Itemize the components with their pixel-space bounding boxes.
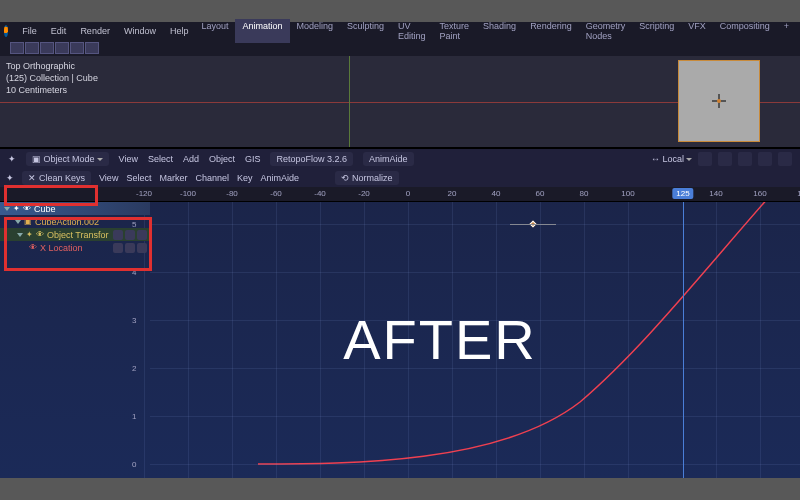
pin-icon[interactable]: ✦ [13,204,20,213]
iconbar-box[interactable] [10,42,24,54]
frame-tick: -20 [358,189,370,198]
menu-animaide[interactable]: AnimAide [260,173,299,183]
retopoflow-button[interactable]: RetopoFlow 3.2.6 [270,152,353,166]
frame-ruler[interactable]: -120-100-80-60-40-2002040608010014016018… [0,187,800,202]
eye-icon[interactable]: 👁 [29,243,37,252]
channel-action[interactable]: ▣ CubeAction.002 [0,215,150,228]
gridline-v [584,202,585,478]
orientation-selector[interactable]: ↔ Local [651,154,692,164]
menu-key[interactable]: Key [237,173,253,183]
axis-y-line [349,56,350,147]
lock-icon[interactable] [137,243,147,253]
channel-object-transform[interactable]: ✦ 👁 Object Transfor [0,228,150,241]
disclosure-icon[interactable] [4,207,10,211]
overlay-watermark: AFTER [343,306,537,371]
wrench-icon[interactable] [113,230,123,240]
channel-list: ✦ 👁 Cube ▣ CubeAction.002 ✦ 👁 Object Tra… [0,202,150,254]
main-menu: File Edit Render Window Help [12,24,194,38]
tab-texturepaint[interactable]: Texture Paint [433,19,477,43]
tab-rendering[interactable]: Rendering [523,19,579,43]
clean-keys-button[interactable]: ✕Clean Keys [22,171,91,185]
frame-tick: 160 [753,189,766,198]
menu-select[interactable]: Select [148,154,173,164]
checkbox-icon[interactable] [125,230,135,240]
normalize-icon: ⟲ [341,173,349,183]
menu-select[interactable]: Select [126,173,151,183]
menu-help[interactable]: Help [164,24,195,38]
channel-label: Object Transfor [47,230,109,240]
overlay-icon[interactable] [758,152,772,166]
frame-tick: -40 [314,189,326,198]
mode-selector[interactable]: ▣ Object Mode [26,152,109,166]
tab-layout[interactable]: Layout [194,19,235,43]
viewport-scale: 10 Centimeters [6,84,98,96]
viewport-info: Top Orthographic (125) Collection | Cube… [6,60,98,96]
frame-tick: 0 [406,189,410,198]
menu-view[interactable]: View [119,154,138,164]
iconbar-box[interactable] [25,42,39,54]
channel-cube[interactable]: ✦ 👁 Cube [0,202,150,215]
tab-animation[interactable]: Animation [235,19,289,43]
tab-scripting[interactable]: Scripting [632,19,681,43]
playhead-label[interactable]: 125 [672,188,693,199]
menu-add[interactable]: Add [183,154,199,164]
gridline-v [276,202,277,478]
tab-compositing[interactable]: Compositing [713,19,777,43]
animaide-button[interactable]: AnimAide [363,152,414,166]
disclosure-icon[interactable] [17,233,23,237]
iconbar-box[interactable] [40,42,54,54]
frame-tick: -60 [270,189,282,198]
editor-type-icon[interactable]: ✦ [8,154,16,164]
tab-add[interactable]: + [777,19,796,43]
menu-object[interactable]: Object [209,154,235,164]
frame-tick: -100 [180,189,196,198]
menu-view[interactable]: View [99,173,118,183]
channel-x-location[interactable]: 👁 X Location [0,241,150,254]
tab-modeling[interactable]: Modeling [290,19,341,43]
playhead-line[interactable] [683,202,684,478]
menu-file[interactable]: File [16,24,43,38]
menu-gis[interactable]: GIS [245,154,261,164]
menu-edit[interactable]: Edit [45,24,73,38]
iconbar-box[interactable] [70,42,84,54]
checkbox-icon[interactable] [125,243,135,253]
camera-preview[interactable] [678,60,760,142]
viewport-collection: (125) Collection | Cube [6,72,98,84]
iconbar-box[interactable] [55,42,69,54]
iconbar-box[interactable] [85,42,99,54]
gridline-v [232,202,233,478]
viewport-header: ✦ ▣ Object Mode View Select Add Object G… [0,148,800,168]
tab-shading[interactable]: Shading [476,19,523,43]
3d-viewport[interactable]: Top Orthographic (125) Collection | Cube… [0,56,800,148]
frame-tick: 140 [709,189,722,198]
disclosure-icon[interactable] [15,220,21,224]
channel-label: Cube [34,204,56,214]
normalize-toggle[interactable]: ⟲Normalize [335,171,399,185]
snap-icon[interactable] [698,152,712,166]
lock-icon[interactable] [137,230,147,240]
menu-render[interactable]: Render [74,24,116,38]
y-axis-label: 4 [132,268,136,277]
pin-icon[interactable]: ✦ [26,230,33,239]
tab-vfx[interactable]: VFX [681,19,713,43]
channel-label: X Location [40,243,83,253]
menu-window[interactable]: Window [118,24,162,38]
gridline-h [150,224,800,225]
wrench-icon[interactable] [113,243,123,253]
shading-icon[interactable] [778,152,792,166]
gridline-h [150,464,800,465]
menu-channel[interactable]: Channel [195,173,229,183]
pivot-icon[interactable] [718,152,732,166]
y-axis-label: 1 [132,412,136,421]
tab-sculpting[interactable]: Sculpting [340,19,391,43]
proportional-icon[interactable] [738,152,752,166]
top-menubar: File Edit Render Window Help Layout Anim… [0,22,800,40]
editor-type-icon[interactable]: ✦ [6,173,14,183]
eye-icon[interactable]: 👁 [36,230,44,239]
frame-tick: -80 [226,189,238,198]
menu-marker[interactable]: Marker [159,173,187,183]
eye-icon[interactable]: 👁 [23,204,31,213]
tab-geonodes[interactable]: Geometry Nodes [579,19,633,43]
gridline-v [320,202,321,478]
tab-uvediting[interactable]: UV Editing [391,19,433,43]
